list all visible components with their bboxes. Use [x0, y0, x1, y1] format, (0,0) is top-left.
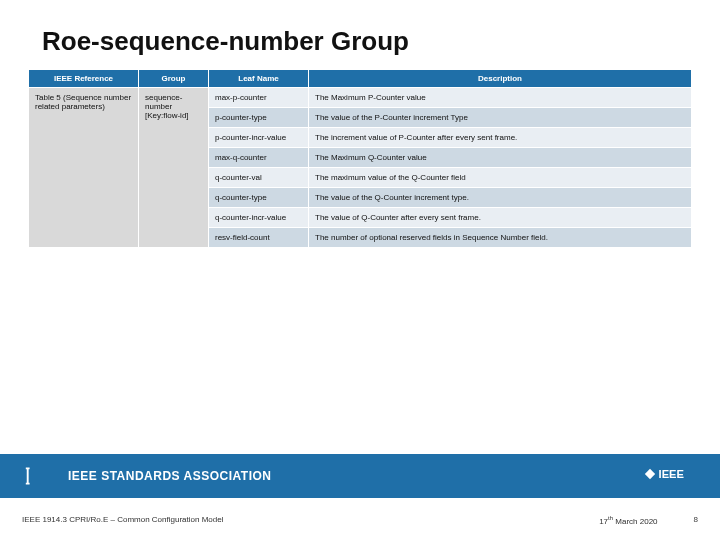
- cell-leaf: q-counter-incr-value: [209, 208, 309, 228]
- subfooter: IEEE 1914.3 CPRI/Ro.E – Common Configura…: [0, 515, 720, 526]
- cell-leaf: p-counter-type: [209, 108, 309, 128]
- parameters-table: IEEE Reference Group Leaf Name Descripti…: [28, 69, 692, 248]
- doc-title: IEEE 1914.3 CPRI/Ro.E – Common Configura…: [22, 515, 223, 526]
- brand-text: IEEE STANDARDS ASSOCIATION: [68, 469, 271, 483]
- cell-leaf: p-counter-incr-value: [209, 128, 309, 148]
- brand-right: IEEE: [638, 463, 698, 489]
- cell-desc: The Maximum Q-Counter value: [309, 148, 692, 168]
- cell-desc: The value of Q-Counter after every sent …: [309, 208, 692, 228]
- cell-desc: The Maximum P-Counter value: [309, 88, 692, 108]
- col-group: Group: [139, 70, 209, 88]
- cell-leaf: max-q-counter: [209, 148, 309, 168]
- cell-leaf: q-counter-type: [209, 188, 309, 208]
- svg-text:IEEE: IEEE: [659, 468, 684, 480]
- date-day: 17: [599, 517, 608, 526]
- table-container: IEEE Reference Group Leaf Name Descripti…: [0, 69, 720, 248]
- col-ieee-reference: IEEE Reference: [29, 70, 139, 88]
- svg-marker-1: [645, 469, 655, 479]
- brand-left: IEEE STANDARDS ASSOCIATION: [22, 464, 271, 488]
- cell-leaf: q-counter-val: [209, 168, 309, 188]
- slide: Roe-sequence-number Group IEEE Reference…: [0, 0, 720, 540]
- cell-ieee-reference: Table 5 (Sequence number related paramet…: [29, 88, 139, 248]
- cell-desc: The increment value of P-Counter after e…: [309, 128, 692, 148]
- footer-band: IEEE STANDARDS ASSOCIATION IEEE: [0, 454, 720, 498]
- date: 17th March 2020: [599, 515, 657, 526]
- cell-leaf: max-p-counter: [209, 88, 309, 108]
- ieee-logo-icon: [22, 464, 60, 488]
- col-leaf-name: Leaf Name: [209, 70, 309, 88]
- col-description: Description: [309, 70, 692, 88]
- cell-desc: The number of optional reserved fields i…: [309, 228, 692, 248]
- table-row: Table 5 (Sequence number related paramet…: [29, 88, 692, 108]
- date-rest: March 2020: [613, 517, 657, 526]
- cell-group: sequence-number [Key:flow-id]: [139, 88, 209, 248]
- subfooter-right: 17th March 2020 8: [599, 515, 698, 526]
- page-number: 8: [694, 515, 698, 526]
- cell-desc: The value of the Q-Counter increment typ…: [309, 188, 692, 208]
- cell-leaf: resv-field-count: [209, 228, 309, 248]
- cell-desc: The value of the P-Counter increment Typ…: [309, 108, 692, 128]
- cell-desc: The maximum value of the Q-Counter field: [309, 168, 692, 188]
- page-title: Roe-sequence-number Group: [0, 0, 720, 69]
- table-header-row: IEEE Reference Group Leaf Name Descripti…: [29, 70, 692, 88]
- ieee-diamond-icon: IEEE: [638, 463, 698, 489]
